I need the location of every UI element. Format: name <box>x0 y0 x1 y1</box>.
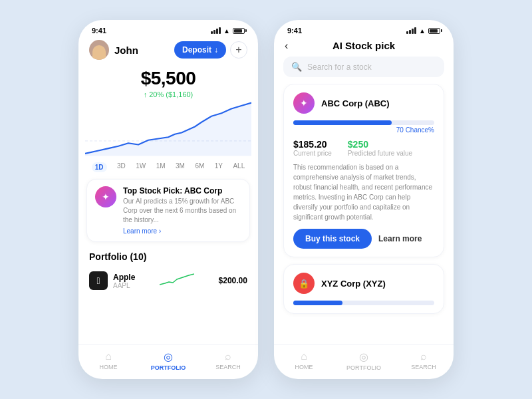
abc-progress-bar-fill <box>293 120 392 125</box>
phone1-scroll: $5,500 ↑ 20% ($1,160) 1D 3D 1W 1 <box>78 65 258 344</box>
abc-rec-card: ✦ ABC Corp (ABC) 70 Chance% $185.20 Curr… <box>283 84 444 257</box>
portfolio-icon-2: ◎ <box>359 350 368 363</box>
stock-info: Apple AAPL <box>113 273 135 289</box>
avatar <box>89 40 109 60</box>
phone-2: 9:41 ▲ ‹ AI Stock pick 🔍 Search for a st… <box>274 20 454 379</box>
portfolio-title: Portfolio (10) <box>89 251 247 262</box>
bottom-nav-2: ⌂ HOME ◎ PORTFOLIO ⌕ SEARCH <box>274 344 454 379</box>
plus-button[interactable]: + <box>230 41 247 59</box>
abc-icon: ✦ <box>293 92 315 114</box>
deposit-button[interactable]: Deposit ↓ <box>174 41 226 59</box>
nav-search-label-1: SEARCH <box>215 364 241 370</box>
xyz-progress-bar-fill <box>293 301 342 305</box>
predicted-price-label: Predicted future value <box>348 150 412 157</box>
abc-corp-name: ABC Corp (ABC) <box>321 98 390 108</box>
nav-portfolio-label-2: PORTFOLIO <box>346 364 381 371</box>
page-title: AI Stock pick <box>332 40 395 51</box>
balance-change: ↑ 20% ($1,160) <box>78 90 258 98</box>
portfolio-icon: ◎ <box>164 350 173 363</box>
current-price-label: Current price <box>293 150 332 157</box>
balance-amount: $5,500 <box>78 68 258 89</box>
stock-name: Apple <box>113 273 135 282</box>
learn-more-button[interactable]: Learn more <box>378 229 422 249</box>
xyz-icon: 🔒 <box>293 273 315 294</box>
nav-search-2[interactable]: ⌕ SEARCH <box>394 350 454 371</box>
stock-ticker: AAPL <box>113 282 135 289</box>
xyz-card-header: 🔒 XYZ Corp (XYZ) <box>293 273 434 294</box>
status-bar-2: 9:41 ▲ <box>274 20 454 37</box>
tab-1d[interactable]: 1D <box>92 162 107 172</box>
phone2-content: ✦ ABC Corp (ABC) 70 Chance% $185.20 Curr… <box>274 84 454 344</box>
chart-tabs: 1D 3D 1W 1M 3M 6M 1Y ALL <box>78 160 258 175</box>
nav-portfolio-2[interactable]: ◎ PORTFOLIO <box>334 350 394 371</box>
abc-card-header: ✦ ABC Corp (ABC) <box>293 92 434 114</box>
portfolio-left:  Apple AAPL <box>89 271 135 290</box>
xyz-rec-card: 🔒 XYZ Corp (XYZ) <box>283 264 444 314</box>
abc-progress-bar-bg <box>293 120 434 125</box>
status-icons-2: ▲ <box>406 27 440 35</box>
price-row: $185.20 Current price $250 Predicted fut… <box>293 139 434 157</box>
nav-home-1[interactable]: ⌂ HOME <box>78 350 138 371</box>
wifi-icon-2: ▲ <box>419 27 426 35</box>
time-2: 9:41 <box>287 27 302 35</box>
current-price-value: $185.20 <box>293 139 332 150</box>
tab-all[interactable]: ALL <box>233 162 245 172</box>
signal-icon-2 <box>406 27 416 34</box>
battery-icon-2 <box>428 28 440 34</box>
nav-portfolio-label: PORTFOLIO <box>151 364 186 371</box>
time-1: 9:41 <box>92 27 106 35</box>
nav-home-label-2: HOME <box>295 364 313 370</box>
search-bar[interactable]: 🔍 Search for a stock <box>283 57 444 77</box>
tab-3d[interactable]: 3D <box>117 162 126 172</box>
mini-chart <box>160 273 194 289</box>
nav-home-2[interactable]: ⌂ HOME <box>274 350 334 371</box>
buy-stock-button[interactable]: Buy this stock <box>293 229 372 249</box>
stock-pick-desc: Our AI predicts a 15% growth for ABC Cor… <box>123 197 241 225</box>
user-info: John <box>89 40 138 60</box>
stock-pick-info: Top Stock Pick: ABC Corp Our AI predicts… <box>123 186 241 235</box>
search-icon-nav-2: ⌕ <box>420 350 427 362</box>
tab-6m[interactable]: 6M <box>195 162 204 172</box>
signal-icon <box>211 27 221 34</box>
current-price-col: $185.20 Current price <box>293 139 332 157</box>
search-icon-1: ⌕ <box>225 350 231 362</box>
rec-actions: Buy this stock Learn more <box>293 229 434 249</box>
status-bar-1: 9:41 ▲ <box>78 20 258 37</box>
battery-icon <box>233 28 245 34</box>
tab-1m[interactable]: 1M <box>156 162 166 172</box>
phone2-header: ‹ AI Stock pick <box>274 37 454 57</box>
balance-section: $5,500 ↑ 20% ($1,160) <box>78 65 258 100</box>
wifi-icon: ▲ <box>223 27 230 35</box>
chart-area <box>78 100 258 160</box>
back-button[interactable]: ‹ <box>285 40 288 52</box>
abc-chance-label: 70 Chance% <box>293 126 434 134</box>
tab-1y[interactable]: 1Y <box>215 162 223 172</box>
nav-search-1[interactable]: ⌕ SEARCH <box>198 350 258 371</box>
home-icon-2: ⌂ <box>301 350 307 362</box>
search-icon-2: 🔍 <box>291 62 302 72</box>
phone-1: 9:41 ▲ John De <box>78 20 258 379</box>
stock-pick-title: Top Stock Pick: ABC Corp <box>123 186 241 196</box>
stock-value: $200.00 <box>219 276 247 285</box>
table-row:  Apple AAPL $200.00 <box>89 267 247 294</box>
predicted-price-col: $250 Predicted future value <box>348 139 412 157</box>
predicted-price-value: $250 <box>348 139 412 150</box>
xyz-progress-bar-bg <box>293 301 434 305</box>
abc-description: This recommendation is based on a compre… <box>293 162 434 222</box>
nav-home-label: HOME <box>100 364 118 370</box>
apple-icon:  <box>89 271 108 290</box>
abc-icon-small: ✦ <box>95 186 116 207</box>
status-icons-1: ▲ <box>211 27 245 35</box>
phone1-header: John Deposit ↓ + <box>78 37 258 65</box>
nav-portfolio-1[interactable]: ◎ PORTFOLIO <box>138 350 198 371</box>
learn-more-link-small[interactable]: Learn more › <box>123 227 241 235</box>
user-name: John <box>114 45 138 56</box>
nav-search-label-2: SEARCH <box>411 364 436 370</box>
search-placeholder: Search for a stock <box>307 63 372 72</box>
portfolio-section: Portfolio (10)  Apple AAPL $200.00 <box>78 246 258 297</box>
xyz-corp-name: XYZ Corp (XYZ) <box>321 279 386 289</box>
tab-3m[interactable]: 3M <box>176 162 185 172</box>
tab-1w[interactable]: 1W <box>136 162 146 172</box>
home-icon: ⌂ <box>105 350 112 362</box>
stock-pick-card: ✦ Top Stock Pick: ABC Corp Our AI predic… <box>86 179 250 242</box>
